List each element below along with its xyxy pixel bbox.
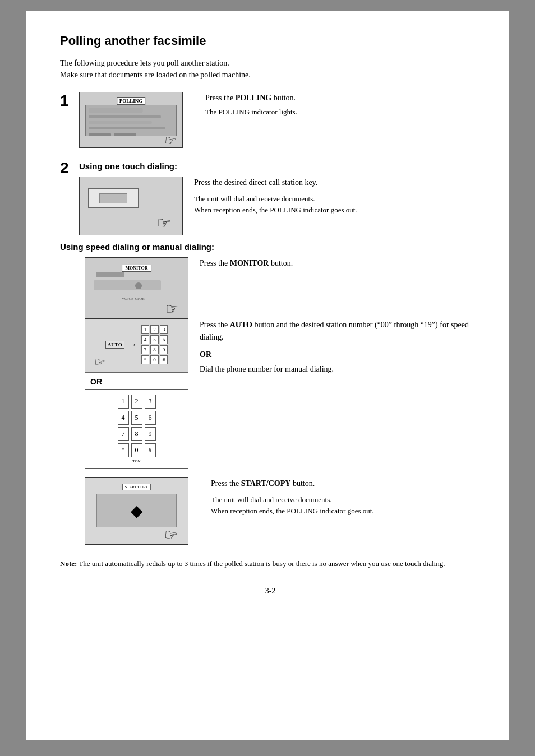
monitor-text: Press the MONITOR button. (200, 257, 481, 319)
step2-heading: Using one touch dialing: (79, 161, 357, 171)
auto-row: AUTO → 1 2 3 4 5 6 7 8 9 * 0 # (105, 325, 168, 364)
step2-image: ☞ (79, 177, 183, 235)
svg-rect-0 (89, 108, 143, 113)
mkey-2: 2 (131, 395, 142, 409)
svg-rect-6 (96, 272, 124, 277)
mkey-7: 7 (118, 427, 129, 441)
step1-number: 1 (60, 92, 73, 110)
key-3: 3 (160, 325, 168, 334)
keypad-wrapper: AUTO → 1 2 3 4 5 6 7 8 9 * 0 # (85, 319, 188, 469)
step1-instruction: Press the POLLING button. (205, 92, 481, 104)
arrow-icon: → (129, 340, 137, 349)
or-label: OR (90, 377, 188, 386)
step1-hand-icon: ☞ (163, 132, 178, 148)
step2-instruction: Press the desired direct call station ke… (194, 177, 357, 189)
manual-keypad-image: 1 2 3 4 5 6 7 8 9 * 0 # TON (85, 389, 188, 469)
svg-rect-7 (94, 280, 161, 290)
step2-subtext: The unit will dial and receive documents… (194, 193, 357, 215)
page-title: Polling another facsimile (60, 34, 481, 48)
step2-number: 2 (60, 159, 73, 177)
step1-image: POLLING ☞ (79, 92, 183, 148)
startcopy-instruction: Press the START/COPY button. (211, 477, 481, 490)
key-star: * (141, 355, 150, 364)
startcopy-bold: START/COPY (241, 479, 291, 488)
auto-keypad-grid: 1 2 3 4 5 6 7 8 9 * 0 # (141, 325, 168, 364)
mkey-5: 5 (131, 411, 142, 425)
key-7: 7 (141, 345, 150, 354)
svg-point-8 (135, 282, 142, 289)
svg-rect-5 (114, 133, 136, 136)
auto-keypad-image: AUTO → 1 2 3 4 5 6 7 8 9 * 0 # (85, 319, 188, 373)
intro-text: The following procedure lets you poll an… (60, 57, 481, 81)
svg-rect-3 (89, 127, 165, 129)
step1-text: Press the POLLING button. The POLLING in… (194, 92, 481, 117)
mkey-9: 9 (145, 427, 156, 441)
monitor-graphic-svg: VOICE STOB (91, 269, 181, 303)
svg-rect-4 (89, 133, 111, 136)
startcopy-hand-icon: ☞ (162, 525, 179, 545)
startcopy-subtext: The unit will dial and receive documents… (211, 494, 481, 516)
page: Polling another facsimile The following … (26, 11, 509, 740)
mkey-8: 8 (131, 427, 142, 441)
page-number: 3-2 (60, 587, 481, 596)
startcopy-section: START/COPY ◆ ☞ Press the START/COPY butt… (85, 477, 481, 545)
step2-text: Press the desired direct call station ke… (194, 177, 357, 215)
monitor-image: MONITOR VOICE STOB ☞ (85, 257, 188, 319)
monitor-bold: MONITOR (230, 259, 269, 267)
ton-label: TON (132, 459, 140, 463)
polling-graphic-svg (86, 105, 176, 136)
polling-button-label: POLLING (117, 97, 146, 105)
note-section: Note: The unit automatically redials up … (60, 558, 481, 570)
or-instruction: Dial the phone number for manual dialing… (200, 363, 481, 375)
startcopy-diamond: ◆ (96, 494, 177, 527)
polling-body-graphic (85, 105, 177, 136)
key-4: 4 (141, 335, 150, 344)
mkey-hash: # (145, 443, 156, 457)
key-5: 5 (150, 335, 159, 344)
note-text: The unit automatically redials up to 3 t… (77, 559, 445, 568)
step1-bold: POLLING (236, 94, 272, 102)
step2-hand-icon: ☞ (156, 213, 172, 233)
step1-container: 1 POLLING ☞ (60, 92, 481, 148)
key-hash: # (160, 355, 168, 364)
monitor-section: MONITOR VOICE STOB ☞ Press the MONITOR b… (85, 257, 481, 319)
svg-rect-1 (89, 115, 161, 118)
mkey-3: 3 (145, 395, 156, 409)
mkey-6: 6 (145, 411, 156, 425)
key-8: 8 (150, 345, 159, 354)
intro-line1: The following procedure lets you poll an… (60, 57, 481, 69)
step2-heading-container: Using one touch dialing: ☞ Press the des… (79, 159, 357, 235)
key-6: 6 (160, 335, 168, 344)
auto-bold: AUTO (230, 321, 252, 329)
monitor-hand-icon: ☞ (165, 299, 181, 319)
or-text-display: OR (200, 349, 481, 361)
startcopy-text: Press the START/COPY button. The unit wi… (200, 477, 481, 545)
mkey-0: 0 (131, 443, 142, 457)
key-1: 1 (141, 325, 150, 334)
keypad-section: AUTO → 1 2 3 4 5 6 7 8 9 * 0 # (85, 319, 481, 469)
mkey-star: * (118, 443, 129, 457)
speed-dialing-heading: Using speed dialing or manual dialing: (60, 242, 481, 252)
onetouch-key-inner (99, 193, 127, 203)
svg-rect-2 (89, 121, 152, 124)
key-9: 9 (160, 345, 168, 354)
auto-text: Press the AUTO button and the desired st… (200, 319, 481, 469)
key-2: 2 (150, 325, 159, 334)
note-label: Note: (60, 559, 77, 568)
step1-subtext: The POLLING indicator lights. (205, 108, 481, 117)
key-0: 0 (150, 355, 159, 364)
onetouch-key-area (88, 188, 139, 208)
mkey-4: 4 (118, 411, 129, 425)
auto-instruction: Press the AUTO button and the desired st… (200, 319, 481, 344)
step2-row: 2 Using one touch dialing: ☞ Press the d… (60, 159, 481, 235)
manual-keypad-grid: 1 2 3 4 5 6 7 8 9 * 0 # (118, 395, 156, 457)
intro-line2: Make sure that documents are loaded on t… (60, 69, 481, 81)
auto-hand-icon: ☞ (93, 354, 107, 370)
step1-left: 1 POLLING ☞ (60, 92, 183, 148)
auto-label: AUTO (105, 341, 124, 349)
startcopy-image: START/COPY ◆ ☞ (85, 477, 188, 545)
voice-stop-label: VOICE STOB (122, 296, 145, 301)
mkey-1: 1 (118, 395, 129, 409)
startcopy-label: START/COPY (122, 484, 151, 490)
step2-content: ☞ Press the desired direct call station … (79, 177, 357, 235)
